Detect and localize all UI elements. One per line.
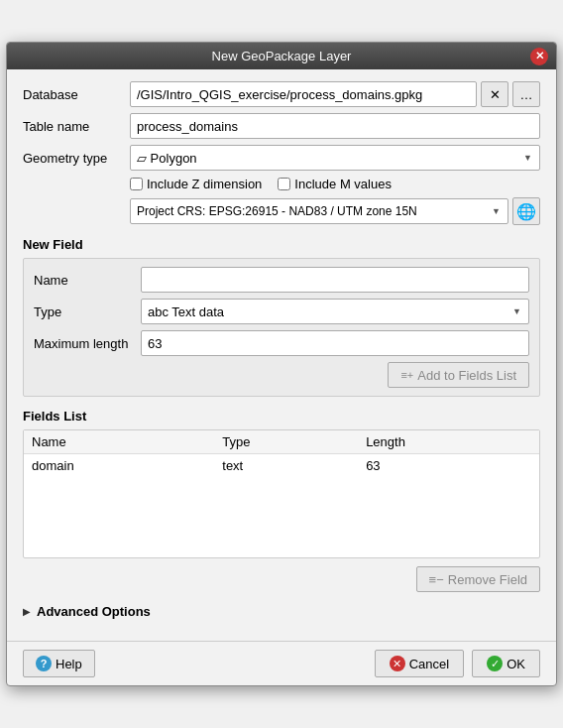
database-label: Database (23, 87, 122, 102)
field-name-cell: domain (24, 454, 214, 478)
table-name-label: Table name (23, 119, 122, 134)
new-geopackage-dialog: New GeoPackage Layer ✕ Database ✕ … Tabl… (6, 42, 557, 686)
crs-row: Project CRS: EPSG:26915 - NAD83 / UTM zo… (23, 197, 540, 225)
remove-field-button[interactable]: ≡− Remove Field (416, 566, 540, 592)
max-length-row: Maximum length (34, 330, 529, 356)
crs-select[interactable]: Project CRS: EPSG:26915 - NAD83 / UTM zo… (130, 198, 508, 224)
field-type-label: Type (34, 304, 133, 319)
cancel-icon: ✕ (390, 656, 405, 671)
help-label: Help (56, 657, 82, 671)
remove-field-icon: ≡− (429, 572, 444, 587)
remove-field-label: Remove Field (448, 572, 527, 587)
include-m-checkbox[interactable] (278, 178, 290, 190)
include-z-checkbox-label[interactable]: Include Z dimension (130, 177, 262, 191)
add-to-fields-list-button[interactable]: ≡+ Add to Fields List (388, 362, 529, 388)
col-header-type: Type (214, 430, 358, 454)
field-name-row: Name (34, 267, 529, 293)
database-browse-button[interactable]: … (512, 81, 540, 107)
titlebar: New GeoPackage Layer ✕ (7, 43, 556, 69)
field-type-row: Type abc Text data Whole number Decimal … (34, 299, 529, 324)
col-header-length: Length (358, 430, 539, 454)
include-m-label: Include M values (294, 177, 392, 191)
field-name-label: Name (34, 273, 133, 288)
fields-list-box: Name Type Length domain text 63 (23, 429, 540, 558)
cancel-label: Cancel (409, 657, 449, 671)
field-type-select[interactable]: abc Text data Whole number Decimal numbe… (141, 299, 529, 324)
database-input[interactable] (130, 81, 477, 107)
fields-list-section-title: Fields List (23, 409, 540, 424)
field-type-cell: text (214, 454, 358, 478)
database-field-group: ✕ … (130, 81, 540, 107)
bottom-bar: ? Help ✕ Cancel ✓ OK (7, 641, 556, 685)
close-button[interactable]: ✕ (530, 48, 548, 65)
dimension-options-row: Include Z dimension Include M values (23, 177, 540, 191)
fields-table-header-row: Name Type Length (24, 430, 539, 454)
help-button[interactable]: ? Help (23, 650, 95, 677)
geometry-type-select-wrapper: ▱ Polygon Point Line MultiPoint MultiLin… (130, 145, 540, 171)
fields-table-body: domain text 63 (24, 454, 539, 478)
add-to-fields-list-label: Add to Fields List (417, 368, 516, 383)
field-type-select-wrapper: abc Text data Whole number Decimal numbe… (141, 299, 529, 324)
cancel-button[interactable]: ✕ Cancel (375, 650, 464, 677)
ok-label: OK (507, 657, 525, 671)
ok-icon: ✓ (487, 656, 503, 671)
add-to-fields-list-icon: ≡+ (400, 369, 413, 381)
table-name-input[interactable] (130, 113, 540, 139)
crs-globe-button[interactable]: 🌐 (512, 197, 540, 225)
max-length-label: Maximum length (34, 336, 133, 351)
database-row: Database ✕ … (23, 81, 540, 107)
ok-button[interactable]: ✓ OK (472, 650, 540, 677)
max-length-input[interactable] (141, 330, 529, 356)
dialog-title: New GeoPackage Layer (212, 49, 352, 63)
table-row[interactable]: domain text 63 (24, 454, 539, 478)
new-field-box: Name Type abc Text data Whole number Dec… (23, 258, 540, 397)
advanced-options-row[interactable]: ▶ Advanced Options (23, 598, 540, 625)
fields-list-section: Name Type Length domain text 63 (23, 429, 540, 592)
fields-table-header: Name Type Length (24, 430, 539, 454)
crs-select-wrapper: Project CRS: EPSG:26915 - NAD83 / UTM zo… (130, 198, 508, 224)
geometry-type-row: Geometry type ▱ Polygon Point Line Multi… (23, 145, 540, 171)
geometry-type-select[interactable]: ▱ Polygon Point Line MultiPoint MultiLin… (130, 145, 540, 171)
help-icon: ? (36, 656, 52, 671)
geometry-type-label: Geometry type (23, 151, 122, 166)
include-z-checkbox[interactable] (130, 178, 143, 190)
field-length-cell: 63 (358, 454, 539, 478)
advanced-options-label: Advanced Options (37, 604, 151, 619)
include-z-label: Include Z dimension (147, 177, 262, 191)
include-m-checkbox-label[interactable]: Include M values (278, 177, 392, 191)
fields-table: Name Type Length domain text 63 (24, 430, 539, 477)
advanced-triangle-icon: ▶ (23, 606, 31, 617)
field-name-input[interactable] (141, 267, 529, 293)
col-header-name: Name (24, 430, 214, 454)
new-field-section-title: New Field (23, 237, 540, 252)
database-clear-button[interactable]: ✕ (481, 81, 508, 107)
dialog-content: Database ✕ … Table name Geometry type ▱ … (7, 69, 556, 637)
table-name-row: Table name (23, 113, 540, 139)
right-buttons: ✕ Cancel ✓ OK (375, 650, 540, 677)
